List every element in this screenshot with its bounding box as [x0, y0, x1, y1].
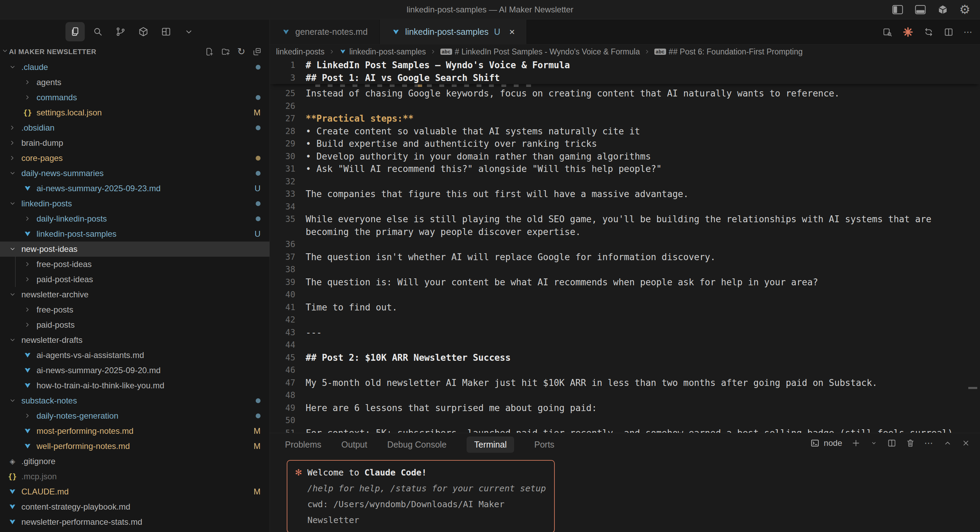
panel-tab-problems[interactable]: Problems: [285, 440, 321, 449]
package-icon[interactable]: [134, 22, 153, 41]
tree-item[interactable]: core-pages: [0, 151, 269, 166]
chevron-down-small-icon[interactable]: [870, 439, 878, 447]
chevron-right-icon: [21, 94, 34, 101]
code-line: 40: [270, 288, 980, 301]
panel-tab-ports[interactable]: Ports: [534, 440, 554, 449]
trash-icon[interactable]: [905, 438, 915, 448]
breadcrumb-item[interactable]: abc# LinkedIn Post Samples - Wyndo's Voi…: [441, 47, 640, 57]
plus-icon[interactable]: [851, 438, 861, 448]
explorer-title: AI MAKER NEWSLETTER: [9, 48, 204, 56]
collapse-all-icon[interactable]: [252, 47, 262, 57]
tree-item[interactable]: how-to-train-ai-to-think-like-you.md: [0, 378, 269, 393]
tree-item[interactable]: commands: [0, 90, 269, 105]
refresh-icon[interactable]: ↻: [237, 47, 245, 57]
dots-icon[interactable]: ⋯: [964, 27, 973, 37]
tree-item[interactable]: content-strategy-playbook.md: [0, 499, 269, 515]
tree-item[interactable]: daily-linkedin-posts: [0, 211, 269, 226]
tab-close-icon[interactable]: ×: [509, 27, 515, 37]
tree-item[interactable]: daily-notes-generation: [0, 408, 269, 424]
tree-item-label: content-strategy-playbook.md: [21, 502, 130, 512]
split-icon[interactable]: [943, 27, 954, 37]
editor-tab[interactable]: generate-notes.md: [270, 20, 380, 44]
git-status-badge: M: [254, 426, 261, 436]
panel-tab-output[interactable]: Output: [342, 440, 368, 449]
tree-item[interactable]: ai-news-summary-2025-09-23.mdU: [0, 181, 269, 196]
tree-item-label: newsletter-drafts: [21, 335, 82, 345]
tree-item[interactable]: most-performing-notes.mdM: [0, 424, 269, 438]
line-number: 32: [270, 175, 305, 188]
tree-item[interactable]: agents: [0, 75, 269, 90]
split-panel-icon[interactable]: [887, 438, 897, 448]
line-number: 28: [270, 125, 305, 138]
tree-item-label: agents: [37, 78, 61, 87]
tree-item[interactable]: .obsidian: [0, 120, 269, 135]
layout-grid-icon[interactable]: [156, 22, 176, 41]
tree-item-label: ai-news-summary-2025-09-23.md: [37, 184, 161, 193]
dots-icon[interactable]: ⋯: [924, 438, 934, 448]
explorer-collapse-chevron-icon[interactable]: [2, 48, 8, 56]
close-icon[interactable]: [961, 438, 970, 448]
breadcrumb-separator-icon: [644, 49, 650, 55]
layout-sidebar-icon[interactable]: [892, 5, 904, 15]
markdown-file-icon: [21, 366, 34, 375]
files-icon[interactable]: [65, 22, 85, 41]
git-status-badge: M: [254, 441, 261, 451]
tree-item[interactable]: paid-post-ideas: [0, 272, 269, 287]
main-area: AI MAKER NEWSLETTER ↻ .claudeagentscomma…: [0, 20, 980, 532]
file-tree: .claudeagentscommands{}settings.local.js…: [0, 60, 269, 532]
tree-item[interactable]: brain-dump: [0, 135, 269, 151]
tree-item[interactable]: newsletter-performance-stats.md: [0, 515, 269, 530]
tree-item[interactable]: .claude: [0, 60, 269, 75]
editor-tab[interactable]: linkedin-post-samplesU×: [380, 20, 527, 44]
breadcrumb-item[interactable]: linkedin-post-samples: [339, 47, 426, 57]
tree-item[interactable]: ai-agents-vs-ai-assistants.md: [0, 348, 269, 363]
editor-actions: ⋯: [882, 20, 973, 44]
editor-scrollbar[interactable]: [968, 387, 977, 389]
tree-item[interactable]: substack-notes: [0, 393, 269, 408]
tree-item[interactable]: {}settings.local.jsonM: [0, 105, 269, 120]
breadcrumb-item[interactable]: abc## Post 6: Foundation-First Prompting: [654, 47, 803, 57]
sync-icon[interactable]: [923, 27, 934, 37]
new-file-icon[interactable]: [204, 47, 214, 57]
tree-item[interactable]: daily-news-summaries: [0, 166, 269, 181]
tree-item[interactable]: linkedin-post-samplesU: [0, 226, 269, 241]
code-line: 39The question is: Will your content be …: [270, 276, 980, 289]
tree-item[interactable]: newsletter-archive: [0, 287, 269, 302]
tree-item[interactable]: free-posts: [0, 302, 269, 318]
terminal-cwd-line: cwd: /Users/wyndomb/Downloads/AI Maker N…: [287, 497, 554, 528]
tree-item[interactable]: {}.mcp.json: [0, 469, 269, 484]
line-number: 35: [270, 213, 305, 238]
terminal-output[interactable]: ✻ Welcome to Claude Code! /help for help…: [287, 460, 555, 532]
cube-icon[interactable]: [937, 4, 948, 15]
panel-tab-terminal[interactable]: Terminal: [466, 437, 514, 453]
explorer-header: AI MAKER NEWSLETTER ↻: [0, 44, 269, 60]
tree-item[interactable]: newsletter-drafts: [0, 332, 269, 348]
terminal-help-line: /help for help, /status for your current…: [287, 481, 554, 497]
tree-item[interactable]: free-post-ideas: [0, 257, 269, 272]
tree-item[interactable]: linkedin-posts: [0, 196, 269, 211]
tree-item[interactable]: ◈.gitignore: [0, 454, 269, 469]
code-editor[interactable]: 1# LinkedIn Post Samples — Wyndo's Voice…: [270, 59, 980, 433]
tree-item[interactable]: new-post-ideas: [0, 241, 269, 257]
chevron-up-icon[interactable]: [943, 438, 953, 448]
tree-item[interactable]: paid-posts: [0, 318, 269, 332]
layout-panel-icon[interactable]: [915, 5, 926, 15]
tree-item[interactable]: well-performing-notes.mdM: [0, 438, 269, 454]
claude-starburst-icon[interactable]: [902, 26, 914, 38]
panel-actions: node ⋯: [810, 438, 970, 448]
new-folder-icon[interactable]: [221, 47, 231, 57]
line-text: The question isn't whether AI will repla…: [305, 251, 980, 264]
chevron-down-icon: [6, 337, 19, 343]
panel-tab-debug-console[interactable]: Debug Console: [387, 440, 447, 449]
search-icon[interactable]: [88, 22, 108, 41]
line-text: [305, 414, 980, 427]
tree-item[interactable]: ai-news-summary-2025-09-20.md: [0, 363, 269, 378]
gear-icon[interactable]: ⚙: [959, 3, 970, 16]
breadcrumb-item[interactable]: linkedin-posts: [276, 47, 325, 57]
chevron-down-icon[interactable]: [179, 22, 199, 41]
tree-item[interactable]: CLAUDE.mdM: [0, 484, 269, 499]
git-dot-badge: [256, 413, 261, 418]
terminal-shell-entry[interactable]: node: [810, 438, 842, 448]
source-control-icon[interactable]: [111, 22, 130, 41]
preview-icon[interactable]: [882, 27, 892, 37]
